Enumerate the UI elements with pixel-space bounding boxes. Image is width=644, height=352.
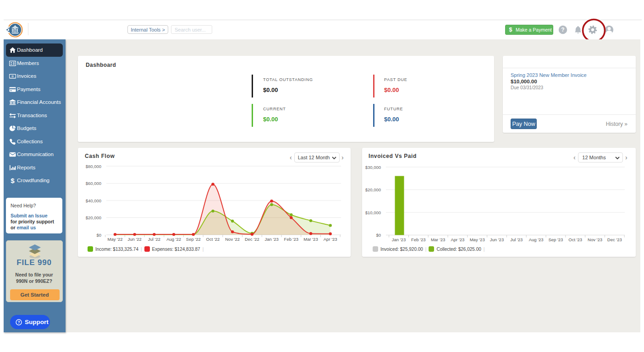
svg-text:Aug '22: Aug '22 — [166, 237, 181, 242]
svg-text:Sep '22: Sep '22 — [186, 237, 201, 242]
svg-text:$0: $0 — [96, 233, 101, 238]
svg-text:Mar '23: Mar '23 — [431, 237, 445, 242]
svg-text:Feb '23: Feb '23 — [411, 237, 425, 242]
svg-text:$20,000: $20,000 — [86, 215, 101, 220]
svg-text:Aug '23: Aug '23 — [529, 237, 544, 242]
svg-text:Jul '23: Jul '23 — [510, 237, 523, 242]
svg-text:Apr '23: Apr '23 — [324, 237, 337, 242]
svg-text:Dec '22: Dec '22 — [245, 237, 259, 242]
svg-text:May '22: May '22 — [108, 237, 123, 242]
svg-text:Jan '23: Jan '23 — [392, 237, 406, 242]
svg-text:$40,000: $40,000 — [86, 198, 101, 203]
svg-text:Feb '23: Feb '23 — [284, 237, 298, 242]
svg-text:Jul '22: Jul '22 — [148, 237, 160, 242]
svg-text:$60,000: $60,000 — [86, 181, 101, 186]
svg-text:$10,000: $10,000 — [365, 210, 381, 215]
svg-text:May '23: May '23 — [470, 237, 485, 242]
svg-text:Jan '23: Jan '23 — [264, 237, 278, 242]
svg-text:Dec '23: Dec '23 — [607, 237, 622, 242]
svg-text:$30,000: $30,000 — [365, 165, 381, 170]
svg-text:$: $ — [14, 29, 16, 32]
svg-text:$0: $0 — [376, 233, 381, 238]
svg-text:?: ? — [17, 320, 20, 325]
svg-text:Sep '23: Sep '23 — [548, 237, 563, 242]
svg-text:$20,000: $20,000 — [365, 187, 381, 192]
svg-text:Nov '22: Nov '22 — [225, 237, 240, 242]
svg-text:Nov '23: Nov '23 — [588, 237, 602, 242]
svg-text:$80,000: $80,000 — [86, 164, 101, 169]
svg-text:Jun '22: Jun '22 — [128, 237, 142, 242]
svg-text:?: ? — [561, 27, 564, 33]
svg-text:Oct '22: Oct '22 — [206, 237, 220, 242]
svg-text:Mar '23: Mar '23 — [303, 237, 318, 242]
svg-text:Apr '23: Apr '23 — [451, 237, 464, 242]
svg-text:$: $ — [11, 177, 15, 184]
svg-text:Oct '23: Oct '23 — [568, 237, 582, 242]
svg-text:Jun '23: Jun '23 — [490, 237, 504, 242]
